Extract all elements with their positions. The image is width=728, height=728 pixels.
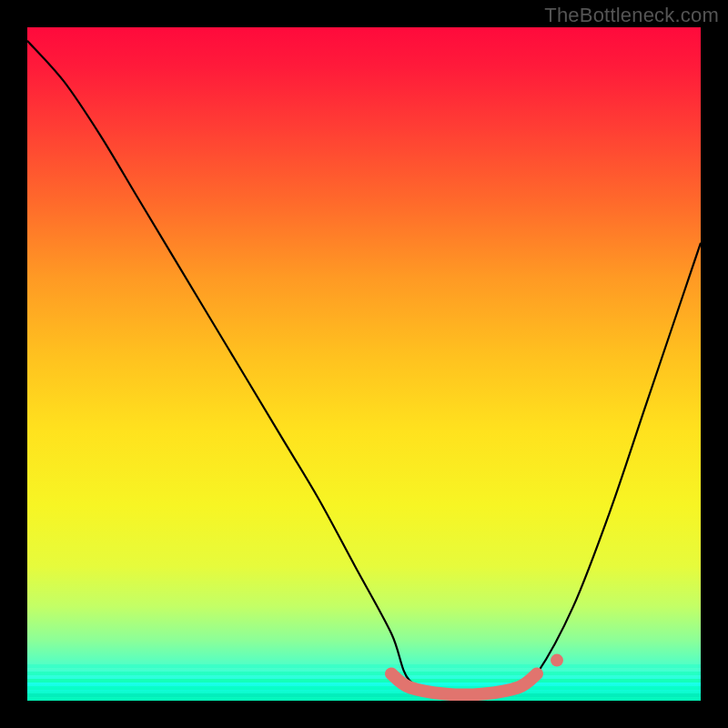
trough-highlight bbox=[391, 673, 537, 694]
plot-area bbox=[27, 27, 701, 701]
highlight-dot bbox=[551, 654, 563, 667]
watermark-text: TheBottleneck.com bbox=[544, 4, 719, 27]
bottleneck-curve bbox=[27, 41, 701, 695]
bottleneck-curve-svg bbox=[27, 27, 701, 701]
